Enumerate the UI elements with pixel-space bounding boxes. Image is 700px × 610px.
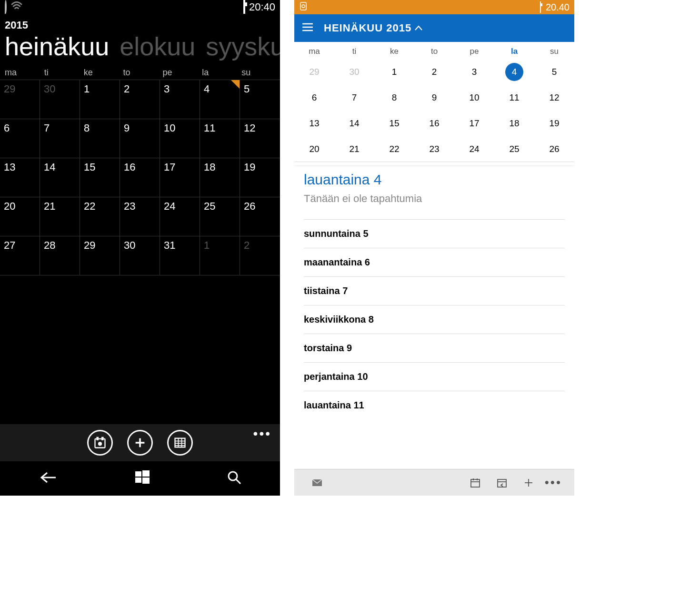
calendar-cell[interactable]: 26 bbox=[534, 136, 574, 162]
calendar-cell[interactable]: 15 bbox=[80, 158, 120, 197]
calendar-cell[interactable]: 30 bbox=[120, 236, 160, 275]
today-button[interactable] bbox=[87, 430, 113, 456]
calendar-cell[interactable]: 23 bbox=[120, 197, 160, 236]
calendar-cell[interactable]: 25 bbox=[494, 136, 534, 162]
calendar-cell[interactable]: 15 bbox=[374, 111, 414, 136]
calendar-cell[interactable]: 11 bbox=[200, 119, 240, 158]
agenda-day-item[interactable]: torstaina 9 bbox=[304, 334, 565, 362]
calendar-cell[interactable]: 12 bbox=[534, 85, 574, 111]
agenda-day-item[interactable]: sunnuntaina 5 bbox=[304, 219, 565, 248]
calendar-cell[interactable]: 1 bbox=[80, 80, 120, 119]
calendar-cell[interactable]: 14 bbox=[334, 111, 374, 136]
calendar-cell[interactable]: 3 bbox=[454, 59, 494, 85]
svg-rect-15 bbox=[135, 478, 141, 483]
more-button[interactable]: ••• bbox=[253, 431, 271, 436]
calendar-cell[interactable]: 2 bbox=[120, 80, 160, 119]
mail-button[interactable] bbox=[304, 477, 330, 488]
calendar-cell[interactable]: 20 bbox=[0, 197, 40, 236]
agenda-day-item[interactable]: perjantaina 10 bbox=[304, 362, 565, 391]
calendar-cell[interactable]: 8 bbox=[374, 85, 414, 111]
agenda-list[interactable]: lauantaina 4 Tänään ei ole tapahtumia su… bbox=[294, 165, 574, 469]
calendar-cell[interactable]: 24 bbox=[160, 197, 200, 236]
calendar-view-button[interactable] bbox=[462, 477, 489, 488]
calendar-cell[interactable]: 27 bbox=[0, 236, 40, 275]
calendar-cell[interactable]: 7 bbox=[40, 119, 80, 158]
calendar-cell[interactable]: 2 bbox=[414, 59, 454, 85]
calendar-cell[interactable]: 21 bbox=[334, 136, 374, 162]
calendar-cell[interactable]: 17 bbox=[160, 158, 200, 197]
calendar-cell[interactable]: 14 bbox=[40, 158, 80, 197]
weekday-label: to bbox=[414, 47, 454, 56]
calendar-cell[interactable]: 19 bbox=[534, 111, 574, 136]
calendar-cell[interactable]: 10 bbox=[160, 119, 200, 158]
calendar-cell[interactable]: 18 bbox=[494, 111, 534, 136]
today-button[interactable] bbox=[489, 477, 515, 488]
calendar-cell[interactable]: 6 bbox=[294, 85, 334, 111]
month-pivot[interactable]: heinäkuu elokuu syyskuu bbox=[0, 31, 280, 66]
calendar-cell[interactable]: 8 bbox=[80, 119, 120, 158]
calendar-cell[interactable]: 29 bbox=[80, 236, 120, 275]
calendar-cell[interactable]: 22 bbox=[374, 136, 414, 162]
calendar-cell[interactable]: 16 bbox=[120, 158, 160, 197]
calendar-cell[interactable]: 17 bbox=[454, 111, 494, 136]
calendar-cell[interactable]: 4 bbox=[200, 80, 240, 119]
calendar-cell[interactable]: 11 bbox=[494, 85, 534, 111]
svg-rect-19 bbox=[300, 2, 306, 10]
month-next[interactable]: elokuu bbox=[120, 31, 195, 61]
calendar-cell[interactable]: 13 bbox=[294, 111, 334, 136]
month-current[interactable]: heinäkuu bbox=[5, 31, 109, 61]
calendar-cell[interactable]: 18 bbox=[200, 158, 240, 197]
weekday-label: ma bbox=[2, 66, 41, 80]
back-button[interactable] bbox=[38, 470, 59, 487]
calendar-cell[interactable]: 23 bbox=[414, 136, 454, 162]
calendar-cell[interactable]: 7 bbox=[334, 85, 374, 111]
month-picker[interactable]: HEINÄKUU 2015 bbox=[324, 22, 423, 34]
calendar-cell[interactable]: 6 bbox=[0, 119, 40, 158]
calendar-cell[interactable]: 5 bbox=[240, 80, 280, 119]
weekday-label: la bbox=[494, 47, 534, 56]
svg-point-17 bbox=[229, 472, 237, 480]
calendar-cell[interactable]: 9 bbox=[414, 85, 454, 111]
calendar-cell[interactable]: 25 bbox=[200, 197, 240, 236]
calendar-cell[interactable]: 9 bbox=[120, 119, 160, 158]
month-next2[interactable]: syyskuu bbox=[206, 31, 280, 61]
calendar-cell[interactable]: 4 bbox=[494, 59, 534, 85]
calendar-cell[interactable]: 30 bbox=[334, 59, 374, 85]
calendar-cell[interactable]: 24 bbox=[454, 136, 494, 162]
status-time: 20.40 bbox=[546, 2, 570, 13]
calendar-cell[interactable]: 2 bbox=[240, 236, 280, 275]
more-button[interactable]: ••• bbox=[542, 480, 565, 485]
calendar-cell[interactable]: 29 bbox=[0, 80, 40, 119]
location-icon bbox=[299, 2, 308, 13]
calendar-cell[interactable]: 3 bbox=[160, 80, 200, 119]
calendar-cell[interactable]: 21 bbox=[40, 197, 80, 236]
start-button[interactable] bbox=[134, 469, 150, 488]
add-button[interactable] bbox=[515, 477, 542, 488]
view-button[interactable] bbox=[167, 430, 193, 456]
today-highlight: 4 bbox=[505, 63, 523, 81]
add-button[interactable] bbox=[127, 430, 153, 456]
calendar-cell[interactable]: 26 bbox=[240, 197, 280, 236]
calendar-cell[interactable]: 31 bbox=[160, 236, 200, 275]
calendar-cell[interactable]: 12 bbox=[240, 119, 280, 158]
calendar-cell[interactable]: 13 bbox=[0, 158, 40, 197]
calendar-cell[interactable]: 22 bbox=[80, 197, 120, 236]
hamburger-button[interactable] bbox=[301, 20, 314, 36]
calendar-cell[interactable]: 10 bbox=[454, 85, 494, 111]
agenda-day-item[interactable]: lauantaina 11 bbox=[304, 391, 565, 419]
calendar-cell[interactable]: 20 bbox=[294, 136, 334, 162]
year-label[interactable]: 2015 bbox=[0, 14, 280, 31]
calendar-cell[interactable]: 28 bbox=[40, 236, 80, 275]
agenda-day-item[interactable]: maanantaina 6 bbox=[304, 248, 565, 276]
calendar-cell[interactable]: 1 bbox=[200, 236, 240, 275]
calendar-cell[interactable]: 1 bbox=[374, 59, 414, 85]
calendar-cell[interactable]: 19 bbox=[240, 158, 280, 197]
calendar-cell[interactable]: 5 bbox=[534, 59, 574, 85]
calendar-cell[interactable]: 16 bbox=[414, 111, 454, 136]
calendar-cell[interactable]: 30 bbox=[40, 80, 80, 119]
agenda-day-item[interactable]: tiistaina 7 bbox=[304, 276, 565, 305]
svg-point-20 bbox=[302, 5, 305, 8]
search-button[interactable] bbox=[226, 469, 242, 488]
calendar-cell[interactable]: 29 bbox=[294, 59, 334, 85]
agenda-day-item[interactable]: keskiviikkona 8 bbox=[304, 305, 565, 334]
